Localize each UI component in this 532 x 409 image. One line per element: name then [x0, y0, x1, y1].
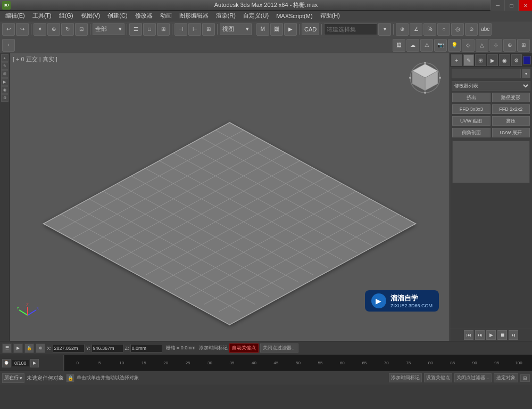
lock-status-icon[interactable]: 🔒 [66, 374, 74, 382]
lsb-motion-btn[interactable]: ▶ [1, 78, 9, 86]
redo-button[interactable]: ↪ [16, 23, 29, 36]
selection-filter-dropdown[interactable]: 全部 ▾ [93, 23, 124, 35]
set-keys-btn[interactable]: 设置关键点 [424, 373, 452, 382]
menu-customize[interactable]: 自定义(U) [240, 11, 272, 21]
arc-rotate-button[interactable]: abc [479, 23, 492, 36]
rpanel-tab-create[interactable]: + [451, 54, 462, 66]
light-button[interactable]: 💡 [448, 39, 461, 52]
array-button[interactable]: ⊞ [202, 23, 215, 36]
rpanel-color-swatch[interactable] [523, 56, 531, 64]
scale-button[interactable]: ⊡ [75, 23, 88, 36]
rpanel-modifier-list[interactable]: 修改器列表 [450, 80, 532, 92]
restore-button[interactable]: □ [504, 0, 518, 11]
viewport-options-btn[interactable]: ⊞ [520, 374, 530, 382]
menu-view[interactable]: 视图(V) [78, 11, 104, 21]
camera-button[interactable]: 📷 [434, 39, 447, 52]
rectangular-select-button[interactable]: □ [143, 23, 156, 36]
rpanel-dropdown-arrow[interactable]: ▾ [522, 69, 530, 78]
minimize-button[interactable]: ─ [491, 0, 504, 11]
scene-state-btn[interactable]: 选定对象 [494, 373, 518, 382]
angle-snap-button[interactable]: ∠ [410, 23, 422, 36]
add-time-tag-btn[interactable]: 添加时间标记 [199, 345, 228, 351]
lock-icon[interactable]: 🔒 [24, 343, 34, 353]
lsb-display-btn[interactable]: ◉ [1, 86, 9, 94]
rpanel-prev-frame-btn[interactable]: ⏮ [464, 330, 473, 340]
statusbar-icon2[interactable]: ▶ [13, 343, 23, 353]
helper-button[interactable]: + [2, 39, 15, 52]
rpanel-path-deform-btn[interactable]: 路径变形 [492, 93, 530, 102]
render-frame-button[interactable]: 🖼 [393, 39, 405, 52]
rpanel-ffd3x3-btn[interactable]: FFD 3x3x3 [452, 104, 491, 114]
rpanel-squeeze-btn[interactable]: 挤压 [492, 116, 530, 126]
isolate-button[interactable]: ◎ [451, 23, 464, 36]
timeline-expand-btn[interactable]: ▶ [30, 359, 39, 367]
named-selection-set-input[interactable] [324, 23, 377, 35]
rpanel-chamfer-btn[interactable]: 倒角剖面 [452, 128, 491, 137]
helpers-button[interactable]: ⊹ [489, 39, 502, 52]
render-scene-button[interactable]: 🖼 [270, 23, 283, 36]
navigation-cube[interactable] [409, 61, 442, 94]
rpanel-uvw-map-btn[interactable]: UVW 贴图 [452, 116, 491, 126]
y-input[interactable] [92, 344, 123, 353]
mirror-button[interactable]: ⊣ [174, 23, 187, 36]
geo-button[interactable]: ◇ [462, 39, 475, 52]
close-button[interactable]: ✕ [518, 0, 532, 11]
rpanel-push-btn[interactable]: 挤出 [452, 93, 491, 102]
systems-button[interactable]: ⊞ [517, 39, 530, 52]
rpanel-search-input[interactable] [452, 69, 521, 78]
env-effects-button[interactable]: ☁ [406, 39, 419, 52]
timeline-keyframe-btn[interactable]: ⌚ [2, 359, 11, 367]
auto-key-btn[interactable]: 自动关键点 [229, 343, 259, 353]
z-input[interactable] [130, 344, 162, 353]
rpanel-next-frame-btn[interactable]: ⏭ [475, 330, 485, 340]
menu-animation[interactable]: 动画 [157, 11, 175, 21]
viewport-area[interactable]: [ + 0 正交 | 真实 ] [10, 53, 450, 341]
menu-render[interactable]: 渲染(R) [213, 11, 239, 21]
select-by-name-button[interactable]: ☰ [129, 23, 142, 36]
snap-toggle-button[interactable]: ⊕ [396, 23, 409, 36]
lsb-modify-btn[interactable]: ✎ [1, 62, 9, 70]
timeline-track[interactable]: 0 5 10 15 20 25 30 35 40 45 50 55 60 65 … [64, 355, 532, 371]
key-close-point-btn[interactable]: 关闭点过滤器... [454, 373, 492, 382]
menu-maxscript[interactable]: MAXScript(M) [273, 12, 315, 20]
statusbar-icon1[interactable]: ☰ [2, 343, 12, 353]
menu-edit[interactable]: 编辑(E) [2, 11, 28, 21]
rpanel-tab-hierarchy[interactable]: ⊞ [475, 54, 486, 66]
percent-snap-button[interactable]: % [423, 23, 436, 36]
menu-graph-editor[interactable]: 图形编辑器 [176, 11, 212, 21]
rpanel-last-frame-btn[interactable]: ⏯ [509, 330, 518, 340]
align-button[interactable]: ⊢ [188, 23, 201, 36]
selection-set-dropdown[interactable]: ▾ [378, 23, 391, 36]
rpanel-tab-display[interactable]: ◉ [499, 54, 510, 66]
menu-tools[interactable]: 工具(T) [29, 11, 55, 21]
add-keyframe-btn[interactable]: 添加时间标记 [389, 373, 422, 382]
viewport-label-box[interactable]: 视图 ▾ [220, 23, 252, 35]
key-filter-btn[interactable]: 关闭点过滤器... [260, 343, 298, 353]
menu-modifier[interactable]: 修改器 [132, 11, 156, 21]
rpanel-tab-motion[interactable]: ▶ [487, 54, 498, 66]
move-button[interactable]: ⊕ [47, 23, 60, 36]
rpanel-tab-modify[interactable]: ✎ [463, 54, 475, 66]
x-input[interactable] [53, 344, 85, 353]
menu-help[interactable]: 帮助(H) [317, 11, 343, 21]
selection-icon[interactable]: ⊕ [36, 343, 45, 353]
rpanel-tab-utilities[interactable]: ⚙ [511, 54, 522, 66]
rpanel-uvw-unwrap-btn[interactable]: UVW 展开 [492, 128, 530, 137]
modifier-list-select[interactable]: 修改器列表 [452, 81, 530, 91]
lsb-utilities-btn[interactable]: ⚙ [1, 94, 9, 102]
layer-manager-button[interactable]: ⊙ [465, 23, 478, 36]
rpanel-ffd2x2-btn[interactable]: FFD 2x2x2 [492, 104, 530, 114]
rpanel-stop-btn[interactable]: ⏹ [497, 330, 507, 340]
rotate-button[interactable]: ↻ [61, 23, 74, 36]
menu-group[interactable]: 组(G) [56, 11, 77, 21]
quick-render-button[interactable]: ▶ [284, 23, 297, 36]
space-warps-button[interactable]: ⊕ [503, 39, 516, 52]
undo-button[interactable]: ↩ [2, 23, 15, 36]
shapes-button[interactable]: △ [476, 39, 488, 52]
material-editor-button[interactable]: M [256, 23, 269, 36]
spinner-snap-button[interactable]: ○ [437, 23, 450, 36]
render-message-button[interactable]: ⚠ [420, 39, 433, 52]
crossing-select-button[interactable]: ⊞ [157, 23, 170, 36]
rpanel-play-btn[interactable]: ▶ [486, 330, 496, 340]
lsb-create-btn[interactable]: + [1, 54, 9, 62]
